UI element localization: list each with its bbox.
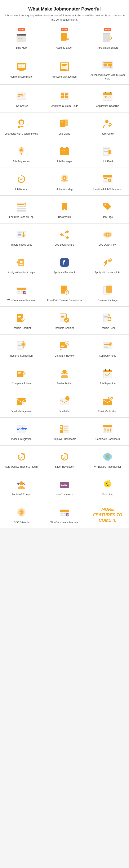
svg-point-110 [108, 234, 109, 235]
feature-job-clone: Job Clone [43, 113, 86, 140]
job-tags-label: Job Tags [102, 215, 113, 219]
svg-rect-119 [17, 291, 20, 292]
job-social-label: Job Social Share [55, 243, 74, 247]
resume-pkg-label: Resume Package [98, 299, 118, 302]
indeed-label: Indeed Integration [11, 437, 32, 441]
svg-rect-92 [17, 208, 26, 210]
feature-employer-dashboard: Employer Dashboard [43, 418, 86, 445]
resume-shortlist-2-icon [58, 312, 71, 324]
adv-search-icon [101, 59, 114, 71]
svg-rect-91 [17, 206, 26, 207]
company-follow-label: Company Follow [12, 382, 31, 385]
feature-apply-login: Apply with/without Login [0, 251, 43, 279]
svg-rect-97 [17, 232, 22, 234]
svg-rect-189 [109, 369, 110, 371]
job-tags-icon [101, 200, 114, 213]
svg-rect-141 [18, 315, 22, 315]
svg-rect-152 [104, 316, 108, 317]
company-follow-icon [15, 367, 28, 380]
svg-rect-42 [105, 92, 105, 93]
feature-auto-update: Auto Update Theme & Plugin [0, 445, 43, 473]
svg-rect-124 [61, 287, 65, 287]
wpbakery-icon [101, 451, 114, 463]
svg-rect-159 [18, 345, 22, 346]
bing-map-label: Bing Map [16, 46, 27, 50]
feature-application-deadline: 31 Application Deadline [86, 85, 129, 112]
feature-resume-shortlist-2: Resume Shortlist [43, 307, 86, 334]
resume-pkg-icon [101, 284, 114, 297]
job-clone-icon [58, 117, 71, 130]
svg-rect-210 [107, 429, 109, 432]
import-indeed-icon [15, 228, 28, 241]
svg-text:$: $ [66, 291, 67, 294]
svg-rect-7 [61, 37, 64, 37]
resume-export-label: Resume Export [56, 46, 73, 50]
woo-pay-label: WooCommerce Payment [7, 299, 35, 302]
feature-resume-shortlist-1: Resume Shortlist [0, 307, 43, 334]
svg-point-102 [66, 236, 69, 239]
svg-text:W: W [24, 292, 26, 294]
featured-jobs-icon [15, 200, 28, 213]
employer-dash-icon [58, 423, 71, 435]
jobs-map-label: Jobs with Map [56, 188, 73, 191]
feature-email-alert: ! Email Alert [43, 390, 86, 417]
feature-company-review: Company Review [43, 335, 86, 362]
job-exp-label: Job Expiration [100, 382, 116, 385]
feature-job-expiration: Job Expiration [86, 362, 129, 390]
svg-rect-26 [108, 64, 112, 66]
job-feed-label: Job Feed [102, 160, 113, 163]
resume-shortlist-1-icon [15, 312, 28, 324]
woocommerce-icon: Woo [58, 478, 71, 491]
svg-text:Woo: Woo [60, 484, 67, 487]
seo-label: SEO Friendly [14, 521, 29, 524]
svg-rect-64 [60, 148, 69, 155]
import-indeed-label: Import Indeed Jobs [11, 243, 32, 247]
svg-point-58 [109, 123, 112, 126]
email-alert-label: Email Alert [58, 410, 70, 413]
svg-line-104 [63, 235, 66, 237]
svg-rect-87 [104, 181, 107, 182]
svg-rect-63 [21, 154, 22, 155]
frontend-sub-label: Frontend Submission [9, 75, 33, 79]
svg-text:JOB: JOB [61, 149, 66, 151]
svg-rect-20 [61, 64, 68, 65]
feature-resume-export: NEW Resume Export [43, 26, 86, 54]
svg-rect-98 [17, 234, 21, 235]
svg-rect-17 [20, 70, 22, 70]
feature-company-feed: Company Feed [86, 335, 129, 362]
feature-free-paid-resume: $ Free/Paid Resume Submission [43, 279, 86, 306]
svg-rect-1 [17, 34, 26, 35]
company-review-label: Company Review [55, 354, 74, 358]
svg-rect-146 [61, 316, 64, 317]
svg-rect-11 [104, 37, 107, 37]
page-subtitle: Jobmonster keeps going with up-to-date p… [4, 13, 125, 22]
svg-rect-147 [61, 317, 64, 318]
svg-point-205 [60, 426, 62, 428]
job-suggestion-label: Job Suggestion [13, 160, 30, 163]
feature-job-tags: Job Tags [86, 196, 129, 223]
free-paid-resume-label: Free/Paid Resume Submission [47, 299, 82, 302]
svg-rect-136 [107, 287, 110, 287]
svg-rect-10 [104, 36, 108, 36]
svg-rect-142 [18, 316, 21, 317]
feature-mailchimp: Mailchimp [86, 473, 129, 501]
svg-rect-204 [64, 430, 68, 431]
email-verif-icon [101, 395, 114, 407]
svg-rect-138 [107, 289, 109, 289]
svg-rect-237 [61, 513, 63, 514]
company-feed-label: Company Feed [99, 354, 116, 358]
svg-rect-22 [61, 67, 65, 67]
header: What Make Jobmonster Powerful Jobmonster… [0, 0, 129, 26]
svg-rect-85 [104, 178, 107, 179]
svg-rect-48 [18, 127, 20, 128]
svg-rect-202 [64, 426, 68, 427]
woo-pay2-label: WooCommerce Payment [50, 521, 79, 524]
job-alerts-label: Job Alerts with Custom Fields [5, 132, 38, 135]
svg-text:f: f [65, 231, 66, 233]
svg-rect-137 [107, 288, 110, 288]
app-deadline-label: Application Deadline [96, 104, 119, 108]
feature-unlimited-cf: ∞ Unlimited Custom Fields [43, 85, 86, 112]
svg-text:31: 31 [104, 96, 108, 99]
feature-live-search: Live Search [0, 85, 43, 112]
svg-point-113 [20, 261, 23, 263]
